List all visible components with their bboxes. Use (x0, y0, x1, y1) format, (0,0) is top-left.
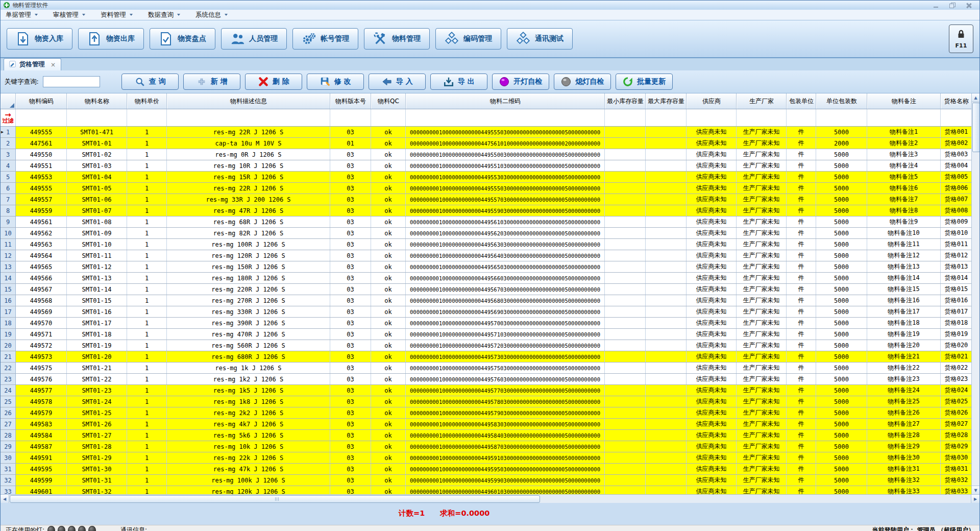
action-button-export[interactable]: 导 出 (430, 74, 487, 90)
cell-remark[interactable]: 物料备注15 (867, 284, 941, 295)
cell-price[interactable]: 1 (127, 396, 167, 407)
cell-code[interactable]: 449595 (16, 464, 67, 474)
cell-pack-count[interactable]: 5000 (816, 430, 867, 441)
table-row[interactable]: 18449570SMT01-171res-mg 390R J 1206 S03o… (1, 318, 979, 329)
cell-desc[interactable]: res-mg 220R J 1206 S (167, 284, 330, 295)
cell-remark[interactable]: 物料备注32 (867, 475, 941, 486)
cell-rownum[interactable]: 4 (1, 160, 16, 171)
table-row[interactable]: 17449569SMT01-161res-mg 330R J 1206 S03o… (1, 306, 979, 318)
cell-version[interactable]: 03 (330, 228, 371, 238)
cell-pack-count[interactable]: 5000 (816, 228, 867, 238)
cell-name[interactable]: SMT01-12 (67, 261, 127, 272)
cell-rownum[interactable]: 12 (1, 250, 16, 261)
cell-manufacturer[interactable]: 生产厂家未知 (737, 228, 787, 238)
cell-max-capacity[interactable] (646, 295, 687, 306)
cell-min-capacity[interactable] (605, 475, 646, 486)
cell-qc[interactable]: ok (371, 160, 406, 171)
cell-pack-count[interactable]: 5000 (816, 318, 867, 328)
cell-qc[interactable]: ok (371, 385, 406, 396)
cell-name[interactable]: SMT01-13 (67, 273, 127, 283)
cell-shelf-name[interactable]: 货格024 (941, 385, 972, 396)
cell-qc[interactable]: ok (371, 228, 406, 238)
cell-supplier[interactable]: 供应商未知 (687, 284, 737, 295)
cell-manufacturer[interactable]: 生产厂家未知 (737, 475, 787, 486)
cell-version[interactable]: 03 (330, 194, 371, 205)
cell-shelf-name[interactable]: 货格022 (941, 363, 972, 373)
cell-desc[interactable]: res-mg 560R J 1206 S (167, 340, 330, 351)
cell-desc[interactable]: res-mg 100R J 1206 S (167, 239, 330, 250)
cell-pack-count[interactable]: 5000 (816, 306, 867, 317)
cell-name[interactable]: SMT01-05 (67, 183, 127, 194)
cell-manufacturer[interactable]: 生产厂家未知 (737, 396, 787, 407)
table-row[interactable]: 24449577SMT01-231res-mg 1k5 J 1206 S03ok… (1, 385, 979, 396)
cell-remark[interactable]: 物料备注19 (867, 329, 941, 340)
cell-code[interactable]: 449553 (16, 172, 67, 182)
cell-min-capacity[interactable] (605, 396, 646, 407)
cell-pack-count[interactable]: 5000 (816, 329, 867, 340)
cell-desc[interactable]: res-mg 22R J 1206 S (167, 183, 330, 194)
cell-pack-count[interactable]: 5000 (816, 295, 867, 306)
cell-version[interactable]: 03 (330, 452, 371, 463)
cell-version[interactable]: 03 (330, 318, 371, 328)
column-header-qrcode[interactable]: 物料二维码 (406, 93, 605, 109)
cell-desc[interactable]: res-mg 82R J 1206 S (167, 228, 330, 238)
cell-name[interactable]: SMT01-25 (67, 407, 127, 418)
cell-version[interactable]: 03 (330, 441, 371, 452)
cell-desc[interactable]: res-mg 330R J 1206 S (167, 306, 330, 317)
table-row[interactable]: 8449559SMT01-071res-mg 47R J 1206 S03ok0… (1, 205, 979, 216)
cell-rownum[interactable]: ▶1 (1, 127, 16, 137)
cell-min-capacity[interactable] (605, 374, 646, 384)
cell-desc[interactable]: res-mg 10k J 1206 S (167, 441, 330, 452)
cell-rownum[interactable]: 25 (1, 396, 16, 407)
toolbar-button-stock-out[interactable]: 物资出库 (78, 28, 144, 50)
cell-manufacturer[interactable]: 生产厂家未知 (737, 295, 787, 306)
filter-cell-code[interactable] (16, 109, 67, 126)
cell-supplier[interactable]: 供应商未知 (687, 138, 737, 149)
cell-shelf-name[interactable]: 货格028 (941, 430, 972, 441)
cell-code[interactable]: 449573 (16, 351, 67, 362)
cell-min-capacity[interactable] (605, 486, 646, 494)
cell-version[interactable]: 03 (330, 385, 371, 396)
cell-pack-count[interactable]: 5000 (816, 284, 867, 295)
cell-name[interactable]: SMT01-08 (67, 216, 127, 227)
cell-shelf-name[interactable]: 货格002 (941, 138, 972, 149)
cell-max-capacity[interactable] (646, 340, 687, 351)
cell-remark[interactable]: 物料备注28 (867, 430, 941, 441)
cell-desc[interactable]: res-mg 22R J 1206 S (167, 127, 330, 137)
cell-name[interactable]: SMT01-21 (67, 363, 127, 373)
cell-desc[interactable]: res-mg 100k J 1206 S (167, 475, 330, 486)
cell-price[interactable]: 1 (127, 228, 167, 238)
cell-manufacturer[interactable]: 生产厂家未知 (737, 160, 787, 171)
cell-supplier[interactable]: 供应商未知 (687, 194, 737, 205)
filter-cell-qc[interactable] (371, 109, 406, 126)
cell-manufacturer[interactable]: 生产厂家未知 (737, 464, 787, 474)
cell-pack-unit[interactable]: 件 (787, 127, 816, 137)
cell-code[interactable]: 449566 (16, 273, 67, 283)
cell-version[interactable]: 03 (330, 407, 371, 418)
action-button-delete[interactable]: 删 除 (245, 74, 302, 90)
cell-pack-unit[interactable]: 件 (787, 295, 816, 306)
table-row[interactable]: 21449573SMT01-201res-mg 680R J 1206 S03o… (1, 351, 979, 363)
cell-rownum[interactable]: 20 (1, 340, 16, 351)
cell-name[interactable]: SMT01-32 (67, 486, 127, 494)
cell-qc[interactable]: ok (371, 149, 406, 160)
action-button-add[interactable]: 新 增 (183, 74, 240, 90)
cell-code[interactable]: 449579 (16, 407, 67, 418)
table-row[interactable]: 16449568SMT01-151res-mg 270R J 1206 S03o… (1, 295, 979, 306)
cell-version[interactable]: 03 (330, 205, 371, 216)
cell-shelf-name[interactable]: 货格018 (941, 318, 972, 328)
cell-min-capacity[interactable] (605, 441, 646, 452)
cell-supplier[interactable]: 供应商未知 (687, 172, 737, 182)
cell-pack-count[interactable]: 5000 (816, 172, 867, 182)
cell-qc[interactable]: ok (371, 127, 406, 137)
cell-pack-unit[interactable]: 件 (787, 419, 816, 429)
cell-max-capacity[interactable] (646, 385, 687, 396)
cell-manufacturer[interactable]: 生产厂家未知 (737, 273, 787, 283)
cell-qrcode[interactable]: 0000000001000000000000449575030000000000… (406, 363, 605, 373)
cell-min-capacity[interactable] (605, 452, 646, 463)
cell-pack-unit[interactable]: 件 (787, 452, 816, 463)
horizontal-scroll-thumb[interactable] (10, 495, 540, 503)
cell-supplier[interactable]: 供应商未知 (687, 250, 737, 261)
cell-code[interactable]: 449570 (16, 318, 67, 328)
cell-remark[interactable]: 物料备注22 (867, 363, 941, 373)
